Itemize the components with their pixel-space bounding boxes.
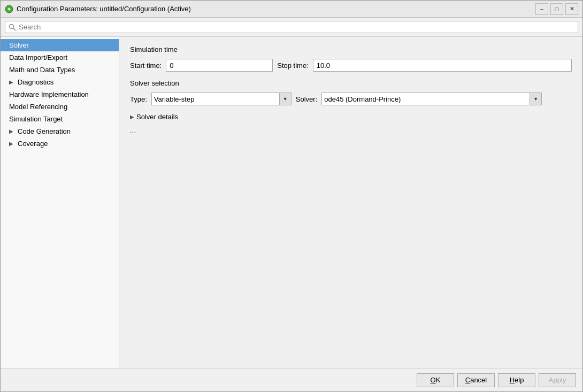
search-input[interactable] xyxy=(19,23,574,31)
solver-select[interactable]: ode45 (Dormand-Prince) ode23 (Bogacki-Sh… xyxy=(321,93,530,105)
solver-details-arrow-icon: ▶ xyxy=(130,114,134,120)
sidebar-item-label: Simulation Target xyxy=(9,115,63,123)
sidebar-item-math-data-types[interactable]: Math and Data Types xyxy=(1,64,119,76)
footer: OK Cancel Help Apply xyxy=(1,368,582,391)
sidebar-item-model-referencing[interactable]: Model Referencing xyxy=(1,101,119,113)
search-wrapper xyxy=(5,21,578,33)
content-area: Simulation time Start time: Stop time: S… xyxy=(119,37,582,368)
sidebar-item-label: Data Import/Export xyxy=(9,53,67,62)
expand-arrow-icon: ▶ xyxy=(9,79,16,85)
apply-button[interactable]: Apply xyxy=(539,373,576,387)
start-time-label: Start time: xyxy=(130,62,162,70)
apply-label: Apply xyxy=(549,376,566,384)
expand-arrow-icon: ▶ xyxy=(9,128,16,134)
sidebar-item-label: Math and Data Types xyxy=(9,66,75,74)
sidebar-item-hardware-implementation[interactable]: Hardware Implementation xyxy=(1,88,119,101)
sidebar-item-diagnostics[interactable]: ▶ Diagnostics xyxy=(1,76,119,88)
sidebar-item-label: Diagnostics xyxy=(18,78,53,86)
solver-dropdown-wrapper: ode45 (Dormand-Prince) ode23 (Bogacki-Sh… xyxy=(321,93,542,105)
solver-details-row[interactable]: ▶ Solver details xyxy=(130,113,572,121)
expand-arrow-icon: ▶ xyxy=(9,141,16,147)
sidebar-item-label: Hardware Implementation xyxy=(9,90,89,98)
ellipsis-text: ... xyxy=(130,126,572,134)
type-dropdown-button[interactable]: ▼ xyxy=(280,93,291,105)
sidebar: Solver Data Import/Export Math and Data … xyxy=(1,37,119,368)
sidebar-item-label: Solver xyxy=(9,41,29,49)
sidebar-item-solver[interactable]: Solver xyxy=(1,39,119,51)
window-controls: − □ ✕ xyxy=(535,3,578,15)
solver-type-row: Type: Variable-step Fixed-step ▼ Solver:… xyxy=(130,93,572,105)
main-content: Solver Data Import/Export Math and Data … xyxy=(1,37,582,368)
window-title: Configuration Parameters: untitled/Confi… xyxy=(17,5,535,13)
solver-dropdown-button[interactable]: ▼ xyxy=(530,93,542,105)
sidebar-item-label: Model Referencing xyxy=(9,103,67,111)
sidebar-item-data-import-export[interactable]: Data Import/Export xyxy=(1,51,119,64)
solver-details-label: Solver details xyxy=(136,113,178,121)
search-bar xyxy=(1,18,582,37)
help-button[interactable]: Help xyxy=(498,373,535,387)
time-row: Start time: Stop time: xyxy=(130,59,572,72)
solver-label: Solver: xyxy=(296,95,317,103)
solver-selection-section: Solver selection Type: Variable-step Fix… xyxy=(130,79,572,105)
simulation-time-section: Simulation time Start time: Stop time: xyxy=(130,45,572,72)
ok-label: OK xyxy=(431,376,441,384)
svg-line-2 xyxy=(13,28,16,30)
start-time-input[interactable] xyxy=(166,59,273,72)
cancel-label: Cancel xyxy=(465,376,487,384)
configuration-parameters-window: Configuration Parameters: untitled/Confi… xyxy=(0,0,583,392)
ok-button[interactable]: OK xyxy=(417,373,454,387)
solver-selection-label: Solver selection xyxy=(130,79,572,87)
svg-point-1 xyxy=(10,24,14,28)
simulation-time-label: Simulation time xyxy=(130,45,572,53)
help-label: Help xyxy=(510,376,524,384)
stop-time-label: Stop time: xyxy=(277,62,309,70)
minimize-button[interactable]: − xyxy=(535,3,548,15)
stop-time-input[interactable] xyxy=(313,59,572,72)
sidebar-item-simulation-target[interactable]: Simulation Target xyxy=(1,113,119,125)
search-icon xyxy=(9,24,16,31)
type-dropdown-wrapper: Variable-step Fixed-step ▼ xyxy=(151,93,291,105)
cancel-button[interactable]: Cancel xyxy=(457,373,495,387)
sidebar-item-label: Coverage xyxy=(18,140,48,148)
close-button[interactable]: ✕ xyxy=(565,3,578,15)
maximize-button[interactable]: □ xyxy=(550,3,563,15)
title-bar: Configuration Parameters: untitled/Confi… xyxy=(1,1,582,18)
sidebar-item-code-generation[interactable]: ▶ Code Generation xyxy=(1,125,119,137)
sidebar-item-coverage[interactable]: ▶ Coverage xyxy=(1,137,119,150)
sidebar-item-label: Code Generation xyxy=(18,127,71,135)
type-select[interactable]: Variable-step Fixed-step xyxy=(151,93,280,105)
type-label: Type: xyxy=(130,95,147,103)
app-icon xyxy=(5,5,13,13)
